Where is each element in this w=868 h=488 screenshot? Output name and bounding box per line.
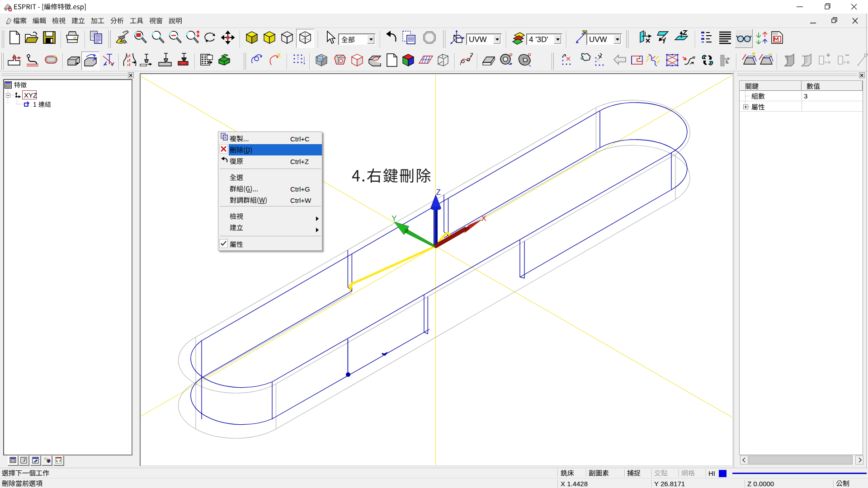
svg-text:X: X bbox=[481, 214, 486, 223]
svg-text:Y: Y bbox=[392, 214, 396, 223]
svg-text:Z: Z bbox=[436, 188, 441, 197]
